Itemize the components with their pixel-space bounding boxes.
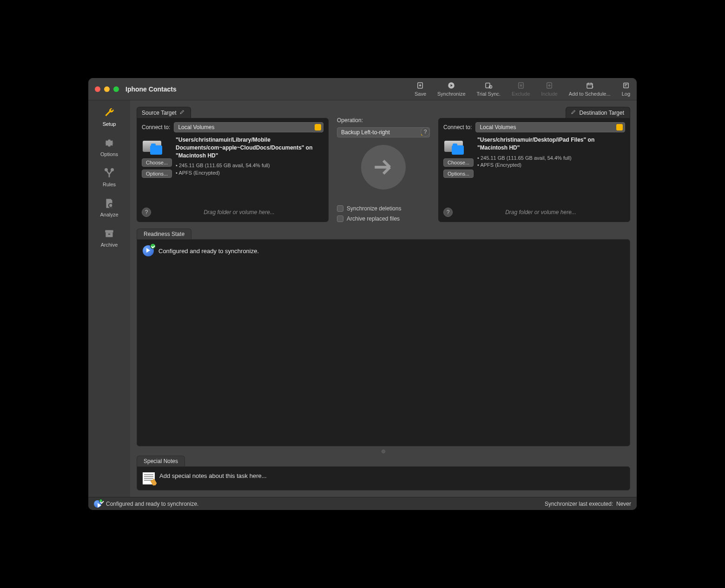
operation-label: Operation:	[337, 117, 430, 124]
pencil-icon[interactable]	[571, 109, 576, 116]
fullscreen-window-button[interactable]	[113, 86, 119, 92]
source-target-panel: Source Target Connect to: Local Volumes …	[137, 107, 329, 222]
synchronize-button[interactable]: Synchronize	[437, 81, 466, 97]
status-last-exec-value: Never	[616, 501, 631, 507]
play-circle-icon	[447, 81, 455, 90]
operation-select[interactable]: Backup Left-to-right ⇅	[337, 127, 430, 137]
status-ready-icon	[94, 500, 101, 508]
destination-drop-hint: Drag folder or volume here...	[456, 209, 625, 216]
destination-connect-label: Connect to:	[443, 124, 472, 131]
ready-status-icon	[143, 245, 154, 256]
source-drop-hint: Drag folder or volume here...	[155, 209, 323, 216]
close-window-button[interactable]	[95, 86, 100, 92]
readiness-tab: Readiness State	[137, 229, 191, 239]
sidebar-item-analyze[interactable]: Analyze	[100, 197, 118, 217]
svg-rect-13	[108, 234, 110, 235]
window-title: Iphone Contacts	[125, 85, 177, 93]
minimize-window-button[interactable]	[104, 86, 110, 92]
status-message: Configured and ready to synchronize.	[106, 501, 198, 507]
sidebar-item-options[interactable]: Options	[100, 137, 118, 157]
svg-point-9	[111, 169, 113, 170]
trial-sync-button[interactable]: Trial Sync.	[477, 81, 501, 97]
sidebar: Setup Options Rules Analyze Archive	[88, 100, 130, 497]
analyze-icon	[103, 197, 115, 209]
exclude-icon	[517, 81, 525, 90]
pencil-icon[interactable]	[179, 109, 185, 116]
readiness-section: Readiness State Configured and ready to …	[137, 229, 630, 446]
source-connect-label: Connect to:	[142, 124, 170, 131]
sync-deletions-checkbox[interactable]	[337, 205, 343, 212]
svg-point-8	[105, 169, 107, 170]
destination-options-button[interactable]: Options...	[443, 170, 474, 178]
main-content: Source Target Connect to: Local Volumes …	[130, 100, 637, 497]
status-bar: Configured and ready to synchronize. Syn…	[88, 497, 637, 510]
sync-deletions-label: Synchronize deletions	[347, 205, 401, 212]
save-button[interactable]: Save	[415, 81, 426, 97]
special-notes-section: Special Notes Add special notes about th…	[137, 456, 630, 490]
direction-arrow-icon	[361, 145, 406, 189]
archive-icon	[103, 228, 115, 240]
source-target-tab: Source Target	[137, 107, 191, 118]
add-to-schedule-button[interactable]: Add to Schedule...	[569, 81, 611, 97]
svg-rect-12	[105, 233, 112, 237]
include-button: Include	[541, 81, 557, 97]
destination-connect-select[interactable]: Local Volumes ⇅	[475, 122, 625, 132]
readiness-message: Configured and ready to synchronize.	[158, 248, 259, 255]
svg-rect-11	[105, 230, 113, 232]
destination-path: "Users/christinamuir/Desktop/iPad Files"…	[477, 136, 625, 152]
archive-replaced-label: Archive replaced files	[347, 216, 400, 222]
source-choose-button[interactable]: Choose...	[142, 158, 172, 167]
source-filesystem: • APFS (Encrypted)	[176, 170, 323, 176]
branch-icon	[103, 167, 115, 179]
operation-column: Operation: Backup Left-to-right ⇅ ?	[337, 107, 430, 222]
source-connect-select[interactable]: Local Volumes ⇅	[174, 122, 323, 132]
gear-icon	[103, 137, 115, 149]
destination-stats: • 245.11 GB (111.65 GB avail, 54.4% full…	[477, 155, 625, 162]
drive-folder-icon	[142, 136, 164, 155]
archive-replaced-checkbox[interactable]	[337, 216, 343, 222]
app-window: Iphone Contacts Save Synchronize Trial S…	[88, 78, 637, 510]
window-controls	[95, 86, 119, 92]
include-icon	[545, 81, 554, 90]
toolbar: Save Synchronize Trial Sync. Exclude Inc…	[415, 81, 630, 97]
sidebar-item-rules[interactable]: Rules	[103, 167, 116, 187]
destination-target-panel: Destination Target Connect to: Local Vol…	[438, 107, 630, 222]
save-icon	[416, 81, 424, 90]
log-button[interactable]: Log	[622, 81, 630, 97]
wrench-icon	[103, 107, 115, 119]
calendar-add-icon	[586, 81, 594, 90]
note-pencil-icon	[143, 472, 155, 484]
source-options-button[interactable]: Options...	[142, 170, 172, 178]
operation-help-button[interactable]: ?	[421, 127, 430, 137]
destination-target-tab: Destination Target	[566, 107, 630, 118]
source-path: "Users/christinamuir/Library/Mobile Docu…	[176, 136, 323, 159]
source-stats: • 245.11 GB (111.65 GB avail, 54.4% full…	[176, 162, 323, 169]
destination-filesystem: • APFS (Encrypted)	[477, 162, 625, 169]
drive-folder-icon	[443, 136, 466, 155]
source-help-button[interactable]: ?	[142, 208, 151, 217]
destination-choose-button[interactable]: Choose...	[443, 158, 474, 167]
exclude-button: Exclude	[512, 81, 530, 97]
chevron-updown-icon: ⇅	[316, 124, 320, 129]
trial-sync-icon	[484, 81, 493, 90]
sidebar-item-archive[interactable]: Archive	[101, 228, 118, 248]
chevron-updown-icon: ⇅	[618, 124, 622, 129]
special-notes-input[interactable]: Add special notes about this task here..…	[159, 472, 267, 484]
titlebar: Iphone Contacts Save Synchronize Trial S…	[88, 78, 637, 100]
resize-handle[interactable]	[130, 449, 637, 454]
status-last-exec-label: Synchronizer last executed:	[545, 501, 613, 507]
svg-rect-6	[587, 84, 593, 89]
special-notes-tab: Special Notes	[137, 456, 185, 466]
destination-help-button[interactable]: ?	[443, 208, 453, 217]
sidebar-item-setup[interactable]: Setup	[103, 107, 116, 127]
log-icon	[622, 81, 630, 90]
